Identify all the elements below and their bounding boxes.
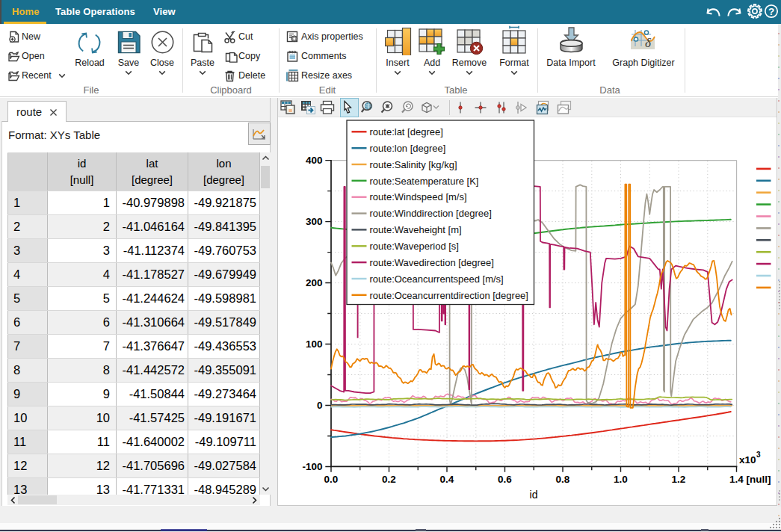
svg-text:-100: -100 xyxy=(302,461,322,472)
svg-text:route:Oceancurrentspeed [m/s]: route:Oceancurrentspeed [m/s] xyxy=(370,273,504,285)
svg-text:route:Salinity [kg/kg]: route:Salinity [kg/kg] xyxy=(370,159,457,170)
svg-text:0.2: 0.2 xyxy=(382,474,396,485)
svg-text:?: ? xyxy=(768,6,774,17)
svg-text:route:Seatemperature [K]: route:Seatemperature [K] xyxy=(370,176,479,187)
svg-text:1.0: 1.0 xyxy=(614,474,628,485)
svg-text:route:Oceancurrentdirection [d: route:Oceancurrentdirection [degree] xyxy=(370,290,528,301)
svg-text:1.2: 1.2 xyxy=(672,474,686,485)
svg-text:1.4 [null]: 1.4 [null] xyxy=(729,474,771,485)
svg-text:route:lon [degree]: route:lon [degree] xyxy=(370,143,446,154)
svg-text:0.4: 0.4 xyxy=(440,474,454,485)
svg-text:400: 400 xyxy=(306,155,323,166)
svg-text:0: 0 xyxy=(317,400,323,411)
svg-text:route:Waveperiod [s]: route:Waveperiod [s] xyxy=(370,241,459,252)
svg-text:0.8: 0.8 xyxy=(556,474,570,485)
svg-text:x10: x10 xyxy=(739,454,756,466)
svg-text:route:Windspeed [m/s]: route:Windspeed [m/s] xyxy=(370,191,467,202)
svg-text:200: 200 xyxy=(306,277,323,288)
svg-text:3: 3 xyxy=(756,451,761,459)
svg-text:300: 300 xyxy=(306,216,323,227)
svg-text:δ: δ xyxy=(645,36,652,50)
svg-text:100: 100 xyxy=(306,338,323,350)
svg-text:route:Winddirection [degree]: route:Winddirection [degree] xyxy=(370,208,492,219)
svg-text:route:Wavedirection [degree]: route:Wavedirection [degree] xyxy=(370,257,494,268)
svg-text:route:lat [degree]: route:lat [degree] xyxy=(370,126,443,137)
svg-text:0.0: 0.0 xyxy=(324,474,339,485)
svg-text:id: id xyxy=(530,489,538,501)
svg-text:0.6: 0.6 xyxy=(498,474,512,485)
svg-text:route:Waveheight [m]: route:Waveheight [m] xyxy=(370,224,462,235)
